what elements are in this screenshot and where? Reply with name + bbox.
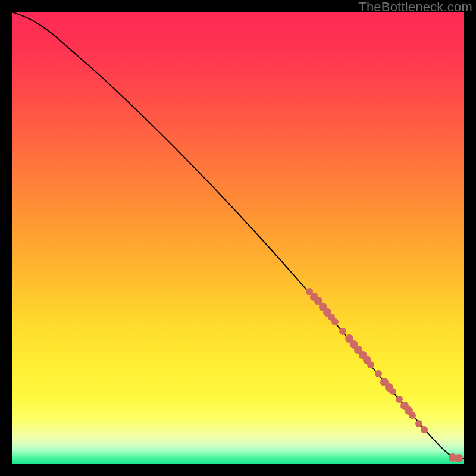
data-point xyxy=(339,328,346,335)
data-point xyxy=(367,361,374,368)
data-point xyxy=(375,370,382,377)
data-point xyxy=(421,426,428,433)
data-point xyxy=(415,420,422,427)
data-point xyxy=(331,318,339,325)
plot-area xyxy=(12,12,464,464)
data-point xyxy=(455,454,463,462)
stage: TheBottleneck.com xyxy=(0,0,476,476)
watermark-text: TheBottleneck.com xyxy=(358,0,472,15)
data-point xyxy=(409,412,416,419)
data-point xyxy=(389,388,396,395)
